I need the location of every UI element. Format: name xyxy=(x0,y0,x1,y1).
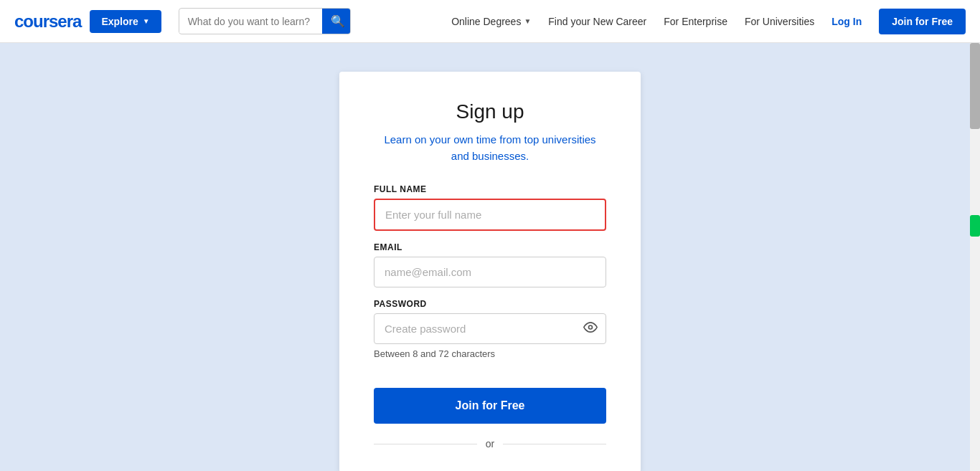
password-hint: Between 8 and 72 characters xyxy=(374,348,606,359)
full-name-group: FULL NAME xyxy=(374,184,606,231)
log-in-nav[interactable]: Log In xyxy=(831,16,862,27)
search-input[interactable] xyxy=(179,10,322,33)
main-content: Sign up Learn on your own time from top … xyxy=(0,43,980,471)
for-universities-nav[interactable]: For Universities xyxy=(745,16,814,27)
full-name-label: FULL NAME xyxy=(374,184,606,194)
signup-card: Sign up Learn on your own time from top … xyxy=(339,72,641,471)
scrollbar-thumb[interactable] xyxy=(970,43,980,129)
password-label: PASSWORD xyxy=(374,299,606,309)
join-free-header-button[interactable]: Join for Free xyxy=(879,9,966,34)
header: coursera Explore ▼ 🔍 Online Degrees ▼ Fi… xyxy=(0,0,980,43)
search-bar: 🔍 xyxy=(179,8,351,34)
scrollbar-green-indicator xyxy=(970,215,980,237)
scrollbar-track[interactable] xyxy=(970,0,980,471)
email-input[interactable] xyxy=(374,257,606,287)
or-text: or xyxy=(486,438,494,449)
online-degrees-nav[interactable]: Online Degrees ▼ xyxy=(451,16,531,27)
card-title: Sign up xyxy=(374,100,606,123)
search-button[interactable]: 🔍 xyxy=(322,9,351,34)
email-group: EMAIL xyxy=(374,242,606,287)
header-nav: Online Degrees ▼ Find your New Career Fo… xyxy=(451,9,966,34)
join-free-form-button[interactable]: Join for Free xyxy=(374,388,606,424)
or-line-right xyxy=(503,444,606,444)
coursera-logo[interactable]: coursera xyxy=(14,11,81,32)
header-left: coursera Explore ▼ 🔍 xyxy=(14,8,351,34)
password-wrapper xyxy=(374,313,606,344)
search-icon: 🔍 xyxy=(331,15,345,27)
explore-button[interactable]: Explore ▼ xyxy=(90,10,161,33)
explore-label: Explore xyxy=(101,16,138,27)
svg-point-0 xyxy=(589,325,593,329)
or-line-left xyxy=(374,444,477,444)
email-label: EMAIL xyxy=(374,242,606,252)
card-subtitle: Learn on your own time from top universi… xyxy=(374,132,606,164)
for-enterprise-nav[interactable]: For Enterprise xyxy=(664,16,727,27)
toggle-password-icon[interactable] xyxy=(583,320,598,338)
password-group: PASSWORD Between 8 and 72 characters xyxy=(374,299,606,359)
chevron-down-icon: ▼ xyxy=(524,17,531,25)
chevron-down-icon: ▼ xyxy=(143,17,150,25)
find-career-nav[interactable]: Find your New Career xyxy=(548,16,646,27)
full-name-input[interactable] xyxy=(374,199,606,231)
or-divider: or xyxy=(374,438,606,449)
password-input[interactable] xyxy=(374,313,606,344)
